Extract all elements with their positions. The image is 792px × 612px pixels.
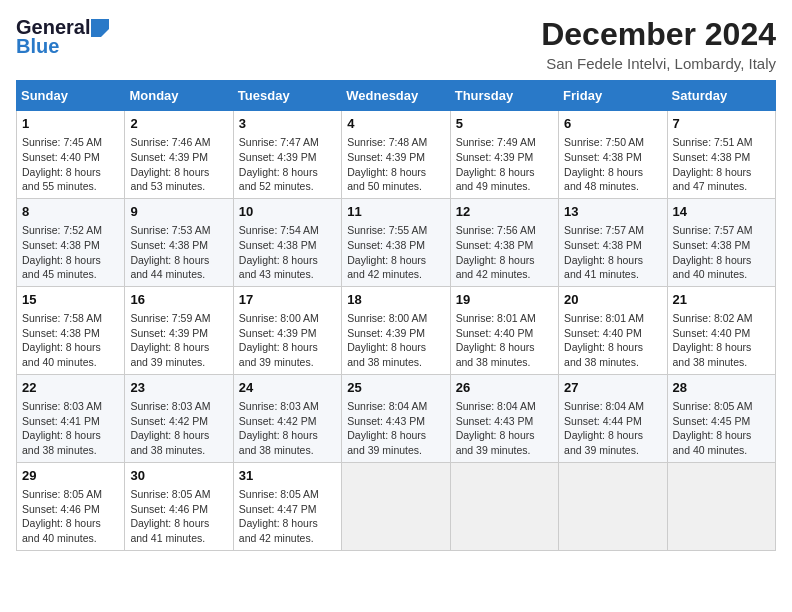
daylight-label: Daylight: 8 hours and 39 minutes. — [564, 429, 643, 456]
sunrise-label: Sunrise: 8:04 AM — [564, 400, 644, 412]
sunset-label: Sunset: 4:40 PM — [673, 327, 751, 339]
sunset-label: Sunset: 4:45 PM — [673, 415, 751, 427]
day-number: 26 — [456, 379, 553, 397]
daylight-label: Daylight: 8 hours and 38 minutes. — [347, 341, 426, 368]
daylight-label: Daylight: 8 hours and 45 minutes. — [22, 254, 101, 281]
daylight-label: Daylight: 8 hours and 39 minutes. — [130, 341, 209, 368]
sunset-label: Sunset: 4:39 PM — [347, 151, 425, 163]
sunset-label: Sunset: 4:41 PM — [22, 415, 100, 427]
sunset-label: Sunset: 4:42 PM — [239, 415, 317, 427]
sunrise-label: Sunrise: 8:01 AM — [564, 312, 644, 324]
sunset-label: Sunset: 4:39 PM — [456, 151, 534, 163]
calendar-cell: 31Sunrise: 8:05 AMSunset: 4:47 PMDayligh… — [233, 462, 341, 550]
sunrise-label: Sunrise: 7:58 AM — [22, 312, 102, 324]
day-number: 18 — [347, 291, 444, 309]
day-number: 7 — [673, 115, 770, 133]
location-title: San Fedele Intelvi, Lombardy, Italy — [541, 55, 776, 72]
sunrise-label: Sunrise: 7:59 AM — [130, 312, 210, 324]
sunrise-label: Sunrise: 8:05 AM — [673, 400, 753, 412]
day-number: 12 — [456, 203, 553, 221]
calendar-cell: 4Sunrise: 7:48 AMSunset: 4:39 PMDaylight… — [342, 111, 450, 199]
sunrise-label: Sunrise: 7:57 AM — [564, 224, 644, 236]
sunrise-label: Sunrise: 8:03 AM — [239, 400, 319, 412]
day-number: 15 — [22, 291, 119, 309]
calendar-cell: 17Sunrise: 8:00 AMSunset: 4:39 PMDayligh… — [233, 286, 341, 374]
day-number: 14 — [673, 203, 770, 221]
day-number: 10 — [239, 203, 336, 221]
calendar-cell: 8Sunrise: 7:52 AMSunset: 4:38 PMDaylight… — [17, 198, 125, 286]
weekday-header-monday: Monday — [125, 81, 233, 111]
month-title: December 2024 — [541, 16, 776, 53]
sunset-label: Sunset: 4:38 PM — [22, 327, 100, 339]
week-row-4: 22Sunrise: 8:03 AMSunset: 4:41 PMDayligh… — [17, 374, 776, 462]
daylight-label: Daylight: 8 hours and 48 minutes. — [564, 166, 643, 193]
daylight-label: Daylight: 8 hours and 38 minutes. — [22, 429, 101, 456]
week-row-2: 8Sunrise: 7:52 AMSunset: 4:38 PMDaylight… — [17, 198, 776, 286]
calendar-cell: 23Sunrise: 8:03 AMSunset: 4:42 PMDayligh… — [125, 374, 233, 462]
weekday-header-wednesday: Wednesday — [342, 81, 450, 111]
day-number: 21 — [673, 291, 770, 309]
day-number: 11 — [347, 203, 444, 221]
sunset-label: Sunset: 4:46 PM — [22, 503, 100, 515]
sunrise-label: Sunrise: 7:55 AM — [347, 224, 427, 236]
sunset-label: Sunset: 4:39 PM — [239, 151, 317, 163]
sunset-label: Sunset: 4:38 PM — [130, 239, 208, 251]
sunset-label: Sunset: 4:46 PM — [130, 503, 208, 515]
day-number: 23 — [130, 379, 227, 397]
week-row-5: 29Sunrise: 8:05 AMSunset: 4:46 PMDayligh… — [17, 462, 776, 550]
day-number: 1 — [22, 115, 119, 133]
calendar-cell — [667, 462, 775, 550]
sunrise-label: Sunrise: 7:51 AM — [673, 136, 753, 148]
day-number: 8 — [22, 203, 119, 221]
daylight-label: Daylight: 8 hours and 41 minutes. — [564, 254, 643, 281]
calendar-cell: 27Sunrise: 8:04 AMSunset: 4:44 PMDayligh… — [559, 374, 667, 462]
sunrise-label: Sunrise: 8:03 AM — [22, 400, 102, 412]
weekday-header-row: SundayMondayTuesdayWednesdayThursdayFrid… — [17, 81, 776, 111]
sunrise-label: Sunrise: 7:45 AM — [22, 136, 102, 148]
logo: General Blue — [16, 16, 110, 58]
sunset-label: Sunset: 4:38 PM — [347, 239, 425, 251]
day-number: 22 — [22, 379, 119, 397]
calendar-cell: 14Sunrise: 7:57 AMSunset: 4:38 PMDayligh… — [667, 198, 775, 286]
daylight-label: Daylight: 8 hours and 50 minutes. — [347, 166, 426, 193]
day-number: 24 — [239, 379, 336, 397]
weekday-header-tuesday: Tuesday — [233, 81, 341, 111]
weekday-header-saturday: Saturday — [667, 81, 775, 111]
sunset-label: Sunset: 4:38 PM — [673, 151, 751, 163]
sunrise-label: Sunrise: 8:00 AM — [239, 312, 319, 324]
title-area: December 2024 San Fedele Intelvi, Lombar… — [541, 16, 776, 72]
day-number: 19 — [456, 291, 553, 309]
calendar-cell: 25Sunrise: 8:04 AMSunset: 4:43 PMDayligh… — [342, 374, 450, 462]
calendar-cell: 13Sunrise: 7:57 AMSunset: 4:38 PMDayligh… — [559, 198, 667, 286]
calendar-cell: 2Sunrise: 7:46 AMSunset: 4:39 PMDaylight… — [125, 111, 233, 199]
daylight-label: Daylight: 8 hours and 55 minutes. — [22, 166, 101, 193]
calendar-cell: 5Sunrise: 7:49 AMSunset: 4:39 PMDaylight… — [450, 111, 558, 199]
daylight-label: Daylight: 8 hours and 38 minutes. — [130, 429, 209, 456]
sunrise-label: Sunrise: 8:03 AM — [130, 400, 210, 412]
sunset-label: Sunset: 4:38 PM — [673, 239, 751, 251]
day-number: 16 — [130, 291, 227, 309]
daylight-label: Daylight: 8 hours and 42 minutes. — [347, 254, 426, 281]
day-number: 3 — [239, 115, 336, 133]
calendar-cell: 29Sunrise: 8:05 AMSunset: 4:46 PMDayligh… — [17, 462, 125, 550]
week-row-3: 15Sunrise: 7:58 AMSunset: 4:38 PMDayligh… — [17, 286, 776, 374]
sunset-label: Sunset: 4:40 PM — [564, 327, 642, 339]
sunrise-label: Sunrise: 8:02 AM — [673, 312, 753, 324]
sunset-label: Sunset: 4:42 PM — [130, 415, 208, 427]
daylight-label: Daylight: 8 hours and 39 minutes. — [239, 341, 318, 368]
weekday-header-friday: Friday — [559, 81, 667, 111]
day-number: 9 — [130, 203, 227, 221]
sunrise-label: Sunrise: 7:49 AM — [456, 136, 536, 148]
calendar-cell: 16Sunrise: 7:59 AMSunset: 4:39 PMDayligh… — [125, 286, 233, 374]
sunrise-label: Sunrise: 8:05 AM — [22, 488, 102, 500]
sunrise-label: Sunrise: 7:48 AM — [347, 136, 427, 148]
day-number: 25 — [347, 379, 444, 397]
sunrise-label: Sunrise: 7:46 AM — [130, 136, 210, 148]
daylight-label: Daylight: 8 hours and 43 minutes. — [239, 254, 318, 281]
daylight-label: Daylight: 8 hours and 40 minutes. — [22, 517, 101, 544]
sunrise-label: Sunrise: 8:04 AM — [456, 400, 536, 412]
sunrise-label: Sunrise: 7:47 AM — [239, 136, 319, 148]
calendar-cell: 30Sunrise: 8:05 AMSunset: 4:46 PMDayligh… — [125, 462, 233, 550]
sunset-label: Sunset: 4:39 PM — [347, 327, 425, 339]
sunset-label: Sunset: 4:38 PM — [239, 239, 317, 251]
